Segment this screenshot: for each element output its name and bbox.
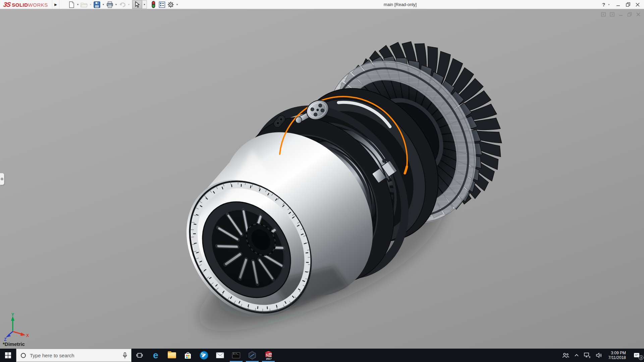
options-gear-icon <box>167 1 174 8</box>
edge-icon: e <box>153 351 158 360</box>
taskbar-item-hexagon-app[interactable] <box>244 349 260 362</box>
select-tool-button[interactable] <box>132 0 142 9</box>
system-tray: 3:09 PM 7/11/2018 3 <box>560 349 644 362</box>
notification-badge: 3 <box>639 355 643 360</box>
task-view-button[interactable] <box>131 349 148 362</box>
doc-restore-button[interactable] <box>627 12 632 17</box>
file-explorer-icon <box>168 352 176 358</box>
command-prompt-icon: C:\_ <box>232 352 240 358</box>
rebuild-traffic-light-icon <box>152 1 155 8</box>
restore-icon <box>626 2 630 7</box>
new-document-icon <box>68 1 75 8</box>
svg-text:2017: 2017 <box>266 357 272 360</box>
print-icon <box>106 1 113 8</box>
document-window-controls <box>601 12 641 17</box>
cortana-icon <box>21 353 26 358</box>
show-hidden-icons-button[interactable] <box>572 349 581 362</box>
open-dropdown-caret[interactable]: ▾ <box>89 3 93 6</box>
help-dropdown-caret[interactable]: ▾ <box>608 3 609 6</box>
clock-time: 3:09 PM <box>608 351 626 355</box>
action-center-button[interactable]: 3 <box>629 349 644 362</box>
windows-logo-icon <box>5 352 11 358</box>
show-right-pane-button[interactable] <box>610 12 614 17</box>
triad-z-label: Z <box>4 337 6 341</box>
show-left-pane-button[interactable] <box>601 12 606 17</box>
minimize-button[interactable] <box>614 1 622 8</box>
network-button[interactable] <box>581 349 593 362</box>
close-button[interactable] <box>634 1 641 8</box>
speaker-icon <box>596 353 602 358</box>
quick-access-toolbar: ▾ ▾ ▾ <box>67 0 179 9</box>
volume-button[interactable] <box>593 349 605 362</box>
titlebar: 3S SOLIDWORKS ▶ ▾ ▾ <box>0 0 644 9</box>
undo-dropdown-caret[interactable]: ▾ <box>127 3 131 6</box>
windows-taskbar: Type here to search e <box>0 349 644 362</box>
minimize-icon <box>616 3 620 7</box>
print-button[interactable] <box>105 1 114 9</box>
taskbar-item-solidworks[interactable]: S W 2017 <box>260 349 276 362</box>
help-button[interactable]: ? <box>601 2 606 7</box>
undo-arrow-icon <box>119 2 126 8</box>
solidworks-logo: 3S SOLIDWORKS <box>3 1 48 8</box>
brand-solid: SOLID <box>12 2 28 8</box>
select-dropdown-caret[interactable]: ▾ <box>142 0 147 9</box>
print-dropdown-caret[interactable]: ▾ <box>114 3 118 6</box>
view-orientation-label: *Dimetric <box>3 341 25 347</box>
svg-text:S: S <box>266 353 268 357</box>
mail-icon <box>216 352 224 358</box>
open-button[interactable] <box>80 1 89 9</box>
network-icon <box>584 353 591 358</box>
3d-model-jet-engine[interactable] <box>0 9 644 349</box>
taskbar-item-store[interactable] <box>180 349 196 362</box>
taskbar-item-edge[interactable]: e <box>148 349 164 362</box>
taskbar-item-file-explorer[interactable] <box>164 349 180 362</box>
expand-arrow-icon: ▶ <box>54 3 57 6</box>
brand-works: WORKS <box>28 2 48 8</box>
file-properties-button[interactable] <box>158 1 166 9</box>
svg-text:W: W <box>269 354 272 357</box>
clock-date: 7/11/2018 <box>608 355 626 360</box>
document-title: main [Read-only] <box>384 2 417 7</box>
taskbar-clock[interactable]: 3:09 PM 7/11/2018 <box>605 351 630 360</box>
save-button[interactable] <box>93 1 101 9</box>
ds-logo-glyph: 3S <box>3 1 11 8</box>
options-dropdown-caret[interactable]: ▾ <box>175 3 179 6</box>
chevron-up-icon <box>575 354 579 357</box>
options-button[interactable] <box>166 1 175 9</box>
taskbar-item-utility[interactable] <box>196 349 212 362</box>
rebuild-button[interactable] <box>149 1 158 9</box>
panel-flyout-tab[interactable] <box>0 173 4 185</box>
people-icon <box>562 353 569 358</box>
doc-minimize-button[interactable] <box>619 12 623 17</box>
graphics-area[interactable]: Y X Z *Dimetric <box>0 9 644 349</box>
new-document-button[interactable] <box>67 1 76 9</box>
close-icon <box>636 3 640 7</box>
start-button[interactable] <box>0 349 16 362</box>
taskbar-item-mail[interactable] <box>212 349 228 362</box>
search-placeholder-text: Type here to search <box>30 353 123 358</box>
taskbar-search-input[interactable]: Type here to search <box>16 349 131 362</box>
save-floppy-icon <box>94 1 100 8</box>
task-view-icon <box>136 353 143 358</box>
new-dropdown-caret[interactable]: ▾ <box>76 3 80 6</box>
doc-close-button[interactable] <box>636 12 641 17</box>
select-cursor-icon <box>135 1 140 8</box>
flyout-dot-icon <box>1 178 3 180</box>
taskbar-item-command-prompt[interactable]: C:\_ <box>228 349 244 362</box>
save-dropdown-caret[interactable]: ▾ <box>101 3 105 6</box>
restore-button[interactable] <box>624 1 632 8</box>
microphone-icon[interactable] <box>123 352 127 359</box>
hexagon-app-icon <box>248 351 257 360</box>
window-controls: ? ▾ <box>601 0 641 9</box>
solidworks-app-icon: S W 2017 <box>264 351 273 360</box>
file-properties-icon <box>159 1 165 8</box>
triad-y-label: Y <box>11 313 14 317</box>
people-button[interactable] <box>560 349 572 362</box>
wrench-circle-icon <box>200 351 208 360</box>
undo-button[interactable] <box>118 1 127 9</box>
menu-expand-button[interactable]: ▶ <box>52 0 59 9</box>
triad-x-label: X <box>26 333 29 338</box>
store-icon <box>184 352 192 359</box>
reference-triad: Y X Z <box>3 313 30 341</box>
select-tool-group: ▾ <box>132 0 147 9</box>
